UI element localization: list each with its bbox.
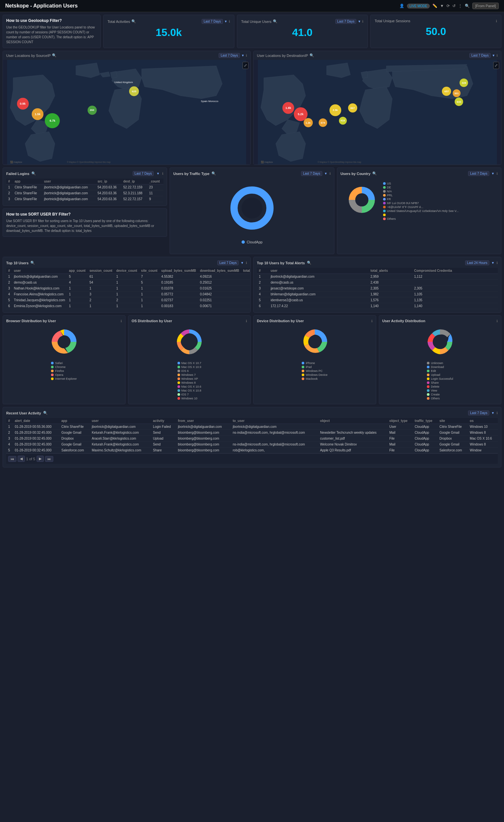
tu-user: Erminia.Dyson@kkrlogistics.com	[12, 303, 67, 309]
panel-button[interactable]: [From Panel]	[472, 3, 499, 9]
user-icon: 👤	[399, 4, 404, 8]
tu-session: 61	[88, 274, 114, 280]
source-map-time[interactable]: Last 7 Days	[219, 53, 240, 58]
dest-map-container: ⤢ ⬛ m	[254, 60, 501, 164]
source-map-card: User Locations by SourceIP 🔍 Last 7 Days…	[3, 51, 251, 165]
fl-num: 1	[6, 184, 13, 190]
share-icon[interactable]: ⟳	[446, 4, 450, 8]
tu-total	[241, 280, 251, 286]
search-icon[interactable]: 🔍	[465, 4, 470, 8]
page-indicator: 1 of 5	[26, 457, 35, 461]
tu-total	[241, 297, 251, 303]
ra-from: bloomberg@bloomberg.com	[176, 447, 231, 453]
sort-info-card: How to use SORT USER BY Filter? Use SORT…	[3, 209, 167, 237]
top-users-time[interactable]: Last 7 Days	[217, 260, 239, 265]
legend-item: iPad	[302, 365, 328, 369]
dest-map-info-icon: ℹ	[496, 54, 498, 57]
ra-user: Keturah.Frank@kkrlogistics.com	[90, 430, 151, 436]
os-dist-content: Mac OS X 10.7Mac OS X 10.9iOS 6Windows 7…	[132, 326, 247, 401]
total-activities-time[interactable]: Last 7 Days	[202, 19, 223, 24]
dest-map-filter-icon[interactable]: ▼	[492, 54, 495, 57]
browser-dist-content: SafariChromeFirefoxOperaInternet Explore…	[6, 326, 122, 381]
failed-logins-body: 1 Citrix ShareFile jbortnick@digitalguar…	[6, 184, 163, 202]
legend-dot	[383, 190, 386, 193]
tu-app: 1	[67, 286, 88, 292]
refresh-icon[interactable]: ↺	[452, 4, 456, 8]
legend-dot	[302, 370, 304, 372]
tua-alerts: 1,982	[368, 292, 412, 297]
failed-logins-time[interactable]: Last 7 Days	[133, 171, 154, 176]
ra-objtype: User	[387, 424, 413, 430]
top-users-filter-icon[interactable]: ▼	[241, 261, 244, 265]
tu-upload: 0.02737	[160, 297, 198, 303]
ra-col-date: alert_date	[13, 418, 59, 424]
tua-filter-icon[interactable]: ▼	[491, 261, 495, 265]
traffic-search-icon: 🔍	[211, 171, 216, 176]
failed-logins-filter-icon[interactable]: ▼	[156, 172, 160, 175]
legend-label: iOS 6	[181, 369, 189, 373]
last-page-btn[interactable]: ⏭	[45, 456, 53, 462]
ra-date: 01-28-2019 00:32:45.000	[13, 447, 59, 453]
first-page-btn[interactable]: ⏮	[8, 456, 16, 462]
filter-icon[interactable]: ▼	[440, 4, 444, 8]
legend-dot	[302, 374, 304, 376]
failed-logins-table: # app user src_ip dest_ip _count 1 Citri…	[6, 178, 163, 202]
total-users-time[interactable]: Last 7 Days	[335, 19, 357, 24]
tua-num: 2	[257, 280, 269, 286]
fl-src: 54.203.63.36	[95, 190, 121, 196]
ra-from: bloomberg@bloomberg.com	[176, 430, 231, 436]
svg-point-9	[355, 193, 368, 207]
legend-dot	[177, 381, 180, 384]
top-users-alerts-time[interactable]: Last 24 Hours	[465, 260, 489, 265]
edit-icon[interactable]: ✏️	[432, 4, 437, 8]
source-map-filter-icon[interactable]: ▼	[241, 54, 244, 57]
device-donut-svg	[298, 326, 331, 358]
dest-map-expand-btn[interactable]: ⤢	[493, 62, 499, 69]
total-users-card: Total Unique Users 🔍 Last 7 Days ▼ ℹ 41.…	[237, 15, 368, 48]
spain-morocco-label: Spain Morocco	[201, 100, 218, 103]
browser-dist-card: Browser Distribution by User ℹ SafariChr…	[3, 315, 126, 404]
tu-col-session: session_count	[88, 268, 114, 274]
tua-cc: 1,112	[412, 274, 498, 280]
legend-label: FR	[387, 197, 391, 201]
legend-dot	[383, 182, 386, 185]
tu-device: 1	[114, 303, 139, 309]
recent-activity-body: 1 01-28-2019 00:55:36.000 Citrix ShareFi…	[6, 424, 498, 453]
geolookup-title: How to use Geolookup Filter?	[6, 18, 97, 23]
ra-app: Salesforce.com	[59, 447, 90, 453]
tua-alerts: 1,140	[368, 303, 412, 309]
live-mode-toggle[interactable]: LIVE MODE	[407, 4, 430, 8]
traffic-filter-icon[interactable]: ▼	[324, 172, 328, 175]
activity-dist-title: User Activity Distribution	[382, 319, 426, 323]
source-map-title: User Locations by SourceIP	[6, 54, 51, 58]
prev-page-btn[interactable]: ◀	[18, 456, 25, 462]
recent-activity-time[interactable]: Last 7 Days	[468, 411, 489, 415]
ra-col-from: from_user	[176, 418, 231, 424]
filter-icon-tu[interactable]: ▼	[358, 20, 361, 23]
ra-traffic: CloudApp	[413, 442, 438, 447]
tu-num: 5	[6, 297, 12, 303]
tua-num: 3	[257, 286, 269, 292]
ra-traffic: CloudApp	[413, 424, 438, 430]
table-row: 3 01-28-2019 00:32:45.000 Dropbox Aracel…	[6, 436, 498, 442]
filter-icon-ta[interactable]: ▼	[224, 20, 227, 23]
users-by-country-time[interactable]: Last 7 Days	[468, 171, 489, 176]
tu-upload: 0.05772	[160, 292, 198, 297]
uk-label: United Kingdom	[114, 81, 133, 84]
legend-dot	[177, 385, 180, 388]
fl-dest: 52.22.72.159	[121, 184, 147, 190]
legend-item: Windows 7	[177, 373, 201, 377]
source-map-expand-btn[interactable]: ⤢	[243, 62, 248, 69]
dest-map-time[interactable]: Last 7 Days	[469, 53, 491, 58]
next-page-btn[interactable]: ▶	[37, 456, 44, 462]
ra-os: Window	[468, 447, 498, 453]
fl-app: Citrix ShareFile	[13, 190, 42, 196]
legend-label: N/A	[387, 190, 392, 193]
country-filter-icon[interactable]: ▼	[491, 172, 495, 175]
users-by-traffic-time[interactable]: Last 7 Days	[301, 171, 322, 176]
recent-activity-filter-icon[interactable]: ▼	[491, 411, 495, 415]
more-icon[interactable]: ⋮	[458, 4, 462, 8]
legend-item: Login Successful	[427, 377, 453, 380]
activity-dist-header: User Activity Distribution ℹ	[382, 319, 498, 323]
tu-site: 7	[139, 274, 160, 280]
